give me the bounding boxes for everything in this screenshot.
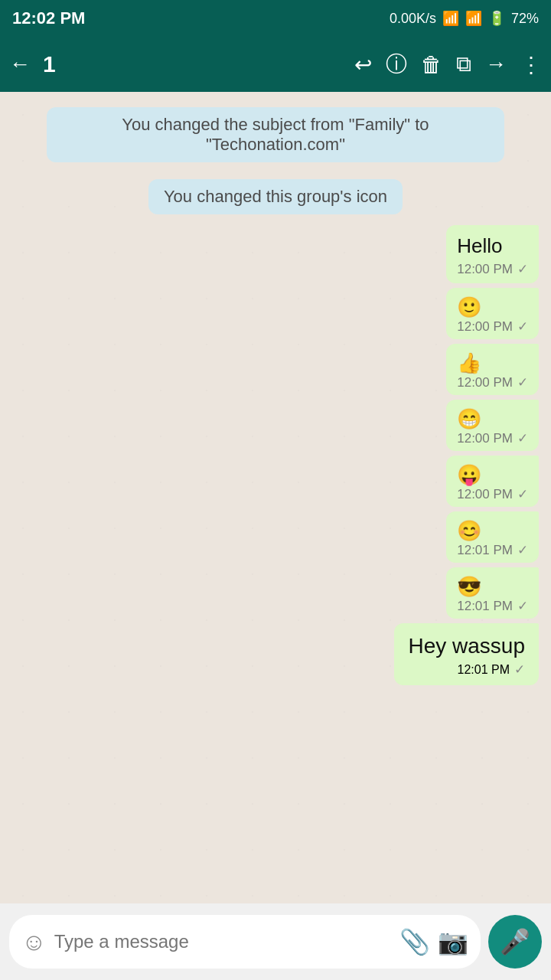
message-emoji-tongue-meta: 12:00 PM ✓ <box>457 488 528 501</box>
input-bar: ☺ 📎 📷 🎤 <box>0 903 551 980</box>
chat-content: You changed the subject from "Family" to… <box>6 101 545 685</box>
delete-button[interactable]: 🗑 <box>421 52 442 77</box>
chat-area: You changed the subject from "Family" to… <box>0 92 551 903</box>
camera-button[interactable]: 📷 <box>438 927 468 956</box>
message-emoji-blush-time: 12:01 PM <box>457 544 513 557</box>
message-emoji-blush: 😊 12:01 PM ✓ <box>446 511 539 563</box>
message-emoji-thumbs-time: 12:00 PM <box>457 376 513 389</box>
message-hey-wassup: Hey wassup 12:01 PM ✓ <box>394 623 539 685</box>
message-hey-wassup-meta: 12:01 PM ✓ <box>408 662 525 678</box>
message-hey-wassup-text: Hey wassup <box>408 634 525 658</box>
attach-button[interactable]: 📎 <box>399 927 430 956</box>
message-emoji-tongue: 😛 12:00 PM ✓ <box>446 456 539 507</box>
copy-button[interactable]: ⧉ <box>456 52 471 77</box>
message-emoji-smile-time: 12:00 PM <box>457 320 513 333</box>
message-emoji-blush-check: ✓ <box>517 544 528 557</box>
message-hello-meta: 12:00 PM ✓ <box>457 261 528 277</box>
message-emoji-thumbs-meta: 12:00 PM ✓ <box>457 376 528 389</box>
system-message-icon: You changed this group's icon <box>148 179 403 214</box>
signal-icon: 📶 <box>465 10 482 27</box>
message-emoji-sunglasses-time: 12:01 PM <box>457 599 513 612</box>
wifi-icon: 📶 <box>442 10 459 27</box>
message-emoji-sunglasses-meta: 12:01 PM ✓ <box>457 599 528 612</box>
mic-button[interactable]: 🎤 <box>488 915 542 969</box>
message-hey-wassup-check: ✓ <box>514 662 525 678</box>
message-emoji-sunglasses-text: 😎 <box>457 577 528 596</box>
message-hello-check: ✓ <box>517 261 528 277</box>
input-container: ☺ 📎 📷 <box>9 915 481 969</box>
forward-button[interactable]: → <box>485 52 507 77</box>
message-emoji-grin-text: 😁 <box>457 409 528 429</box>
message-input[interactable] <box>54 931 392 952</box>
message-emoji-blush-meta: 12:01 PM ✓ <box>457 544 528 557</box>
message-emoji-grin: 😁 12:00 PM ✓ <box>446 400 539 451</box>
selected-count: 1 <box>43 51 66 77</box>
info-button[interactable]: ⓘ <box>386 50 407 79</box>
message-emoji-tongue-text: 😛 <box>457 465 528 485</box>
status-bar: 12:02 PM 0.00K/s 📶 📶 🔋 72% <box>0 0 551 37</box>
message-emoji-thumbs: 👍 12:00 PM ✓ <box>446 344 539 395</box>
battery-percent: 72% <box>511 11 539 27</box>
top-bar: ← 1 ↩ ⓘ 🗑 ⧉ → ⋮ <box>0 37 551 92</box>
message-emoji-tongue-time: 12:00 PM <box>457 488 513 501</box>
back-button[interactable]: ← <box>9 52 31 77</box>
system-message-subject: You changed the subject from "Family" to… <box>47 107 504 162</box>
message-emoji-smile-text: 🙂 <box>457 297 528 317</box>
emoji-button[interactable]: ☺ <box>21 928 47 956</box>
message-emoji-grin-meta: 12:00 PM ✓ <box>457 432 528 445</box>
message-hello-text: Hello <box>457 234 528 258</box>
reply-button[interactable]: ↩ <box>354 52 372 77</box>
message-emoji-tongue-check: ✓ <box>517 488 528 501</box>
message-emoji-sunglasses: 😎 12:01 PM ✓ <box>446 567 539 619</box>
message-emoji-grin-check: ✓ <box>517 432 528 445</box>
message-emoji-blush-text: 😊 <box>457 521 528 541</box>
status-time: 12:02 PM <box>12 8 85 28</box>
message-emoji-smile: 🙂 12:00 PM ✓ <box>446 288 539 339</box>
message-emoji-sunglasses-check: ✓ <box>517 599 528 612</box>
battery-icon: 🔋 <box>488 10 505 27</box>
message-emoji-thumbs-check: ✓ <box>517 376 528 389</box>
menu-button[interactable]: ⋮ <box>520 52 542 77</box>
message-hey-wassup-time: 12:01 PM <box>458 663 510 677</box>
message-emoji-thumbs-text: 👍 <box>457 353 528 373</box>
mic-icon: 🎤 <box>500 927 530 956</box>
message-emoji-smile-check: ✓ <box>517 320 528 333</box>
status-right: 0.00K/s 📶 📶 🔋 72% <box>390 10 539 27</box>
message-hello-time: 12:00 PM <box>457 262 513 277</box>
network-speed: 0.00K/s <box>390 11 436 27</box>
message-emoji-smile-meta: 12:00 PM ✓ <box>457 320 528 333</box>
message-emoji-grin-time: 12:00 PM <box>457 432 513 445</box>
top-bar-actions: ↩ ⓘ 🗑 ⧉ → ⋮ <box>354 50 542 79</box>
message-hello: Hello 12:00 PM ✓ <box>446 225 539 283</box>
